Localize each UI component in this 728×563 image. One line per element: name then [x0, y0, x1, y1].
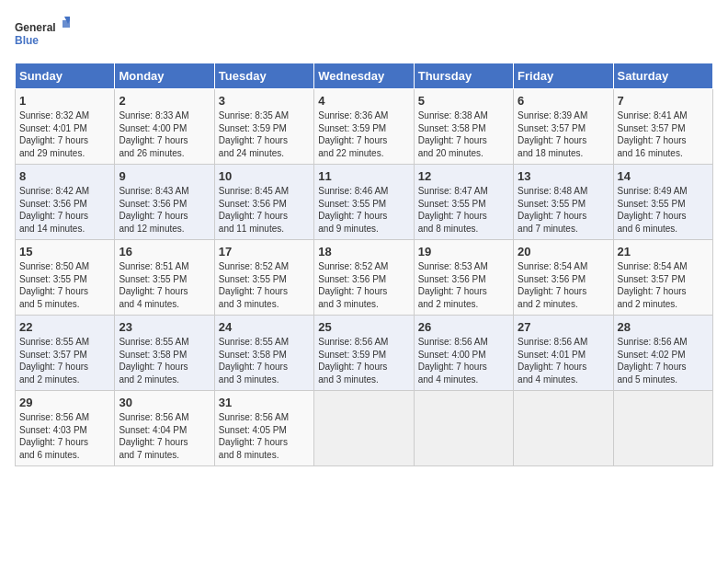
calendar-cell: 21Sunrise: 8:54 AM Sunset: 3:57 PM Dayli… [613, 240, 712, 316]
calendar-cell [314, 391, 414, 466]
day-info: Sunrise: 8:56 AM Sunset: 3:59 PM Dayligh… [318, 336, 409, 385]
day-number: 15 [19, 245, 110, 259]
calendar-cell: 10Sunrise: 8:45 AM Sunset: 3:56 PM Dayli… [214, 165, 313, 240]
day-info: Sunrise: 8:32 AM Sunset: 4:01 PM Dayligh… [19, 109, 110, 159]
day-number: 27 [518, 320, 609, 334]
calendar-cell: 11Sunrise: 8:46 AM Sunset: 3:55 PM Dayli… [314, 165, 414, 240]
day-number: 12 [418, 169, 509, 183]
day-number: 9 [119, 169, 210, 183]
day-number: 24 [219, 320, 310, 334]
calendar-week-row: 22Sunrise: 8:55 AM Sunset: 3:57 PM Dayli… [16, 316, 713, 391]
day-info: Sunrise: 8:55 AM Sunset: 3:58 PM Dayligh… [119, 336, 210, 385]
calendar-week-row: 1Sunrise: 8:32 AM Sunset: 4:01 PM Daylig… [16, 89, 713, 165]
calendar-cell: 24Sunrise: 8:55 AM Sunset: 3:58 PM Dayli… [214, 316, 313, 391]
weekday-header: Friday [514, 63, 613, 89]
day-number: 30 [119, 396, 210, 409]
day-info: Sunrise: 8:55 AM Sunset: 3:58 PM Dayligh… [219, 336, 310, 385]
day-number: 2 [119, 94, 210, 108]
calendar-week-row: 29Sunrise: 8:56 AM Sunset: 4:03 PM Dayli… [16, 391, 713, 466]
day-info: Sunrise: 8:38 AM Sunset: 3:58 PM Dayligh… [418, 109, 509, 159]
day-number: 7 [618, 94, 709, 108]
calendar-cell: 16Sunrise: 8:51 AM Sunset: 3:55 PM Dayli… [115, 240, 214, 316]
day-info: Sunrise: 8:52 AM Sunset: 3:56 PM Dayligh… [318, 260, 409, 310]
day-info: Sunrise: 8:56 AM Sunset: 4:00 PM Dayligh… [418, 336, 509, 385]
calendar-cell: 12Sunrise: 8:47 AM Sunset: 3:55 PM Dayli… [414, 165, 513, 240]
calendar-cell: 26Sunrise: 8:56 AM Sunset: 4:00 PM Dayli… [414, 316, 513, 391]
day-info: Sunrise: 8:48 AM Sunset: 3:55 PM Dayligh… [518, 185, 609, 235]
day-number: 28 [618, 320, 709, 334]
day-number: 11 [318, 169, 409, 183]
calendar-cell: 31Sunrise: 8:56 AM Sunset: 4:05 PM Dayli… [214, 391, 313, 466]
day-info: Sunrise: 8:52 AM Sunset: 3:55 PM Dayligh… [219, 260, 310, 310]
day-info: Sunrise: 8:51 AM Sunset: 3:55 PM Dayligh… [119, 260, 210, 310]
weekday-header: Thursday [414, 63, 513, 89]
calendar-cell: 14Sunrise: 8:49 AM Sunset: 3:55 PM Dayli… [613, 165, 712, 240]
day-number: 13 [518, 169, 609, 183]
day-number: 4 [318, 94, 409, 108]
calendar-cell: 29Sunrise: 8:56 AM Sunset: 4:03 PM Dayli… [16, 391, 115, 466]
weekday-header: Sunday [16, 63, 115, 89]
day-info: Sunrise: 8:33 AM Sunset: 4:00 PM Dayligh… [119, 109, 210, 159]
calendar-cell: 18Sunrise: 8:52 AM Sunset: 3:56 PM Dayli… [314, 240, 414, 316]
day-number: 14 [618, 169, 709, 183]
svg-text:General: General [15, 21, 56, 34]
calendar-week-row: 15Sunrise: 8:50 AM Sunset: 3:55 PM Dayli… [16, 240, 713, 316]
day-number: 21 [618, 245, 709, 259]
calendar-cell: 19Sunrise: 8:53 AM Sunset: 3:56 PM Dayli… [414, 240, 513, 316]
weekday-header: Monday [115, 63, 214, 89]
weekday-header: Wednesday [314, 63, 414, 89]
weekday-header-row: SundayMondayTuesdayWednesdayThursdayFrid… [16, 63, 713, 89]
day-number: 31 [219, 396, 310, 409]
calendar-cell: 4Sunrise: 8:36 AM Sunset: 3:59 PM Daylig… [314, 89, 414, 165]
day-number: 29 [19, 396, 110, 409]
day-info: Sunrise: 8:42 AM Sunset: 3:56 PM Dayligh… [19, 185, 110, 235]
day-info: Sunrise: 8:56 AM Sunset: 4:05 PM Dayligh… [219, 411, 310, 461]
calendar-table: SundayMondayTuesdayWednesdayThursdayFrid… [15, 63, 713, 466]
logo-svg: General Blue [15, 15, 70, 52]
day-info: Sunrise: 8:56 AM Sunset: 4:01 PM Dayligh… [518, 336, 609, 385]
day-number: 19 [418, 245, 509, 259]
calendar-cell: 6Sunrise: 8:39 AM Sunset: 3:57 PM Daylig… [514, 89, 613, 165]
day-info: Sunrise: 8:47 AM Sunset: 3:55 PM Dayligh… [418, 185, 509, 235]
day-info: Sunrise: 8:45 AM Sunset: 3:56 PM Dayligh… [219, 185, 310, 235]
day-info: Sunrise: 8:35 AM Sunset: 3:59 PM Dayligh… [219, 109, 310, 159]
day-number: 20 [518, 245, 609, 259]
day-number: 26 [418, 320, 509, 334]
day-number: 6 [518, 94, 609, 108]
day-info: Sunrise: 8:56 AM Sunset: 4:04 PM Dayligh… [119, 411, 210, 461]
calendar-cell: 27Sunrise: 8:56 AM Sunset: 4:01 PM Dayli… [514, 316, 613, 391]
calendar-cell [414, 391, 513, 466]
day-info: Sunrise: 8:56 AM Sunset: 4:02 PM Dayligh… [618, 336, 709, 385]
calendar-cell: 17Sunrise: 8:52 AM Sunset: 3:55 PM Dayli… [214, 240, 313, 316]
day-info: Sunrise: 8:53 AM Sunset: 3:56 PM Dayligh… [418, 260, 509, 310]
day-info: Sunrise: 8:36 AM Sunset: 3:59 PM Dayligh… [318, 109, 409, 159]
calendar-cell: 5Sunrise: 8:38 AM Sunset: 3:58 PM Daylig… [414, 89, 513, 165]
logo: General Blue [15, 15, 70, 52]
day-number: 10 [219, 169, 310, 183]
day-number: 1 [19, 94, 110, 108]
weekday-header: Tuesday [214, 63, 313, 89]
day-info: Sunrise: 8:39 AM Sunset: 3:57 PM Dayligh… [518, 109, 609, 159]
day-number: 17 [219, 245, 310, 259]
day-info: Sunrise: 8:50 AM Sunset: 3:55 PM Dayligh… [19, 260, 110, 310]
svg-text:Blue: Blue [15, 34, 39, 47]
calendar-cell: 1Sunrise: 8:32 AM Sunset: 4:01 PM Daylig… [16, 89, 115, 165]
weekday-header: Saturday [613, 63, 712, 89]
day-info: Sunrise: 8:54 AM Sunset: 3:56 PM Dayligh… [518, 260, 609, 310]
calendar-cell: 30Sunrise: 8:56 AM Sunset: 4:04 PM Dayli… [115, 391, 214, 466]
calendar-cell: 7Sunrise: 8:41 AM Sunset: 3:57 PM Daylig… [613, 89, 712, 165]
calendar-cell: 3Sunrise: 8:35 AM Sunset: 3:59 PM Daylig… [214, 89, 313, 165]
day-info: Sunrise: 8:43 AM Sunset: 3:56 PM Dayligh… [119, 185, 210, 235]
calendar-cell: 28Sunrise: 8:56 AM Sunset: 4:02 PM Dayli… [613, 316, 712, 391]
calendar-week-row: 8Sunrise: 8:42 AM Sunset: 3:56 PM Daylig… [16, 165, 713, 240]
page-header: General Blue [15, 15, 713, 52]
day-number: 22 [19, 320, 110, 334]
day-info: Sunrise: 8:46 AM Sunset: 3:55 PM Dayligh… [318, 185, 409, 235]
calendar-cell: 13Sunrise: 8:48 AM Sunset: 3:55 PM Dayli… [514, 165, 613, 240]
calendar-cell: 2Sunrise: 8:33 AM Sunset: 4:00 PM Daylig… [115, 89, 214, 165]
day-number: 16 [119, 245, 210, 259]
day-info: Sunrise: 8:49 AM Sunset: 3:55 PM Dayligh… [618, 185, 709, 235]
calendar-cell: 22Sunrise: 8:55 AM Sunset: 3:57 PM Dayli… [16, 316, 115, 391]
day-number: 5 [418, 94, 509, 108]
calendar-cell: 15Sunrise: 8:50 AM Sunset: 3:55 PM Dayli… [16, 240, 115, 316]
